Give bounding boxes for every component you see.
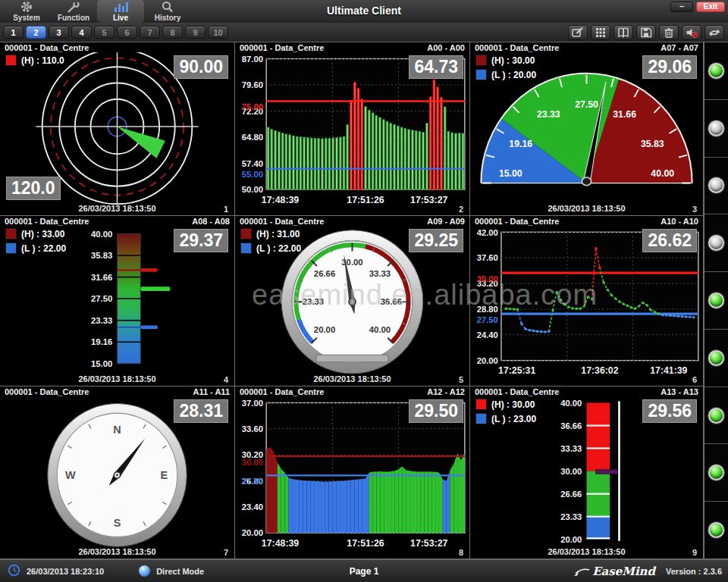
exit-button[interactable]: Exit	[696, 2, 725, 12]
panel-code: A10 - A10	[661, 217, 698, 226]
panel-title: 000001 - Data_Centre	[475, 43, 559, 52]
svg-text:17:51:26: 17:51:26	[347, 538, 384, 549]
legend-swatch	[240, 242, 252, 254]
svg-text:36.66: 36.66	[560, 421, 582, 430]
legend-label: (H) : 110.0	[21, 55, 64, 66]
grid-icon[interactable]	[591, 25, 610, 40]
mute-icon[interactable]	[682, 25, 701, 40]
svg-text:36.66: 36.66	[381, 297, 402, 306]
svg-text:20.00: 20.00	[242, 528, 263, 537]
legend-label: (L ) : 22.00	[256, 243, 301, 254]
save-icon[interactable]	[636, 25, 656, 40]
svg-text:40.00: 40.00	[369, 325, 391, 334]
ultimate-client-window: System Function Live History Ultimate Cl…	[0, 0, 728, 582]
legend-swatch	[240, 228, 252, 239]
svg-text:15.00: 15.00	[91, 359, 112, 368]
tab-1[interactable]: 1	[3, 26, 24, 39]
status-led-6[interactable]	[708, 350, 724, 366]
brand-logo: EaseMind	[574, 565, 655, 578]
panel-number: 2	[459, 205, 463, 214]
legend-item: (L ) : 20.00	[475, 69, 536, 80]
status-right-group: EaseMind Version : 2.3.6	[574, 565, 722, 578]
panel-number: 7	[224, 548, 228, 557]
tab-bar: 12345678910	[0, 23, 728, 42]
status-led-8[interactable]	[708, 465, 724, 480]
svg-text:37.00: 37.00	[242, 399, 263, 408]
status-led-7[interactable]	[708, 408, 724, 424]
tab-9[interactable]: 9	[185, 26, 206, 39]
panel-header: 000001 - Data_Centre	[5, 43, 230, 52]
panel-number: 4	[224, 375, 228, 384]
tab-2[interactable]: 2	[26, 26, 46, 39]
trash-icon[interactable]	[659, 25, 679, 40]
value-badge: 29.37	[174, 229, 228, 252]
panel-title: 000001 - Data_Centre	[5, 43, 89, 52]
panel-legend: (H) : 110.0	[5, 55, 64, 66]
svg-text:35.83: 35.83	[641, 138, 664, 149]
status-led-1[interactable]	[708, 63, 724, 79]
tab-6[interactable]: 6	[117, 26, 137, 39]
svg-text:55.00: 55.00	[242, 170, 263, 179]
minimize-button[interactable]: –	[670, 2, 693, 12]
status-led-4[interactable]	[708, 235, 724, 251]
panel-code: A11 - A11	[193, 387, 230, 396]
svg-text:35.00: 35.00	[477, 274, 498, 283]
sync-icon[interactable]	[704, 25, 724, 40]
status-led-3[interactable]	[708, 177, 724, 193]
legend-label: (L ) : 22.00	[21, 243, 66, 254]
legend-swatch	[475, 399, 487, 410]
book-icon[interactable]	[613, 25, 633, 40]
svg-text:W: W	[65, 469, 76, 481]
panel-legend: (H) : 31.00(L ) : 22.00	[240, 228, 301, 254]
tab-8[interactable]: 8	[162, 26, 183, 39]
value-badge: 64.73	[409, 55, 463, 79]
window-controls: – Exit	[670, 2, 725, 12]
svg-text:27.50: 27.50	[575, 99, 598, 109]
svg-text:26.66: 26.66	[314, 269, 335, 278]
svg-text:27.50: 27.50	[242, 477, 263, 486]
svg-text:17:48:39: 17:48:39	[262, 538, 299, 549]
tab-3[interactable]: 3	[49, 26, 69, 39]
svg-text:19.16: 19.16	[91, 337, 112, 346]
svg-text:64.80: 64.80	[242, 133, 263, 142]
panel-title: 000001 - Data_Centre	[475, 387, 559, 396]
svg-text:17:53:27: 17:53:27	[410, 538, 447, 549]
svg-text:40.00: 40.00	[651, 168, 674, 179]
svg-text:S: S	[114, 517, 121, 529]
svg-text:33.60: 33.60	[242, 424, 263, 433]
led-cell-5	[704, 272, 728, 330]
tab-7[interactable]: 7	[140, 26, 160, 39]
app-title: Ultimate Client	[0, 5, 728, 17]
tab-4[interactable]: 4	[71, 26, 92, 39]
svg-text:23.33: 23.33	[537, 109, 560, 120]
panel-a09: 000001 - Data_CentreA09 - A09(H) : 31.00…	[235, 216, 470, 386]
svg-text:23.33: 23.33	[91, 316, 112, 325]
svg-text:N: N	[113, 424, 121, 436]
svg-text:87.00: 87.00	[242, 55, 263, 64]
svg-text:24.40: 24.40	[477, 330, 498, 340]
svg-text:33.33: 33.33	[560, 444, 582, 453]
svg-text:23.40: 23.40	[242, 502, 263, 512]
legend-item: (L ) : 22.00	[240, 242, 301, 254]
led-cell-1	[704, 42, 728, 100]
panel-header: 000001 - Data_CentreA11 - A11	[5, 387, 230, 396]
edit-icon[interactable]	[568, 25, 588, 40]
status-led-5[interactable]	[708, 293, 724, 308]
panel-header: 000001 - Data_CentreA00 - A00	[240, 43, 465, 52]
panel-legend: (H) : 30.00(L ) : 20.00	[475, 55, 536, 80]
status-led-2[interactable]	[708, 120, 724, 136]
status-led-9[interactable]	[708, 522, 724, 538]
tab-10[interactable]: 10	[208, 26, 228, 39]
led-cell-2	[704, 100, 728, 158]
svg-text:33.33: 33.33	[369, 269, 391, 278]
panel-code: A09 - A09	[427, 217, 465, 226]
svg-text:79.60: 79.60	[242, 80, 263, 89]
panel-header: 000001 - Data_CentreA08 - A08	[5, 217, 230, 226]
brand-text: EaseMind	[592, 565, 655, 578]
legend-swatch	[475, 413, 487, 424]
panel-header: 000001 - Data_CentreA13 - A13	[475, 387, 698, 396]
panel-a08: 000001 - Data_CentreA08 - A08(H) : 33.00…	[0, 216, 235, 386]
tab-5[interactable]: 5	[94, 26, 115, 39]
led-cell-6	[704, 330, 728, 387]
svg-text:17:48:39: 17:48:39	[262, 195, 299, 205]
